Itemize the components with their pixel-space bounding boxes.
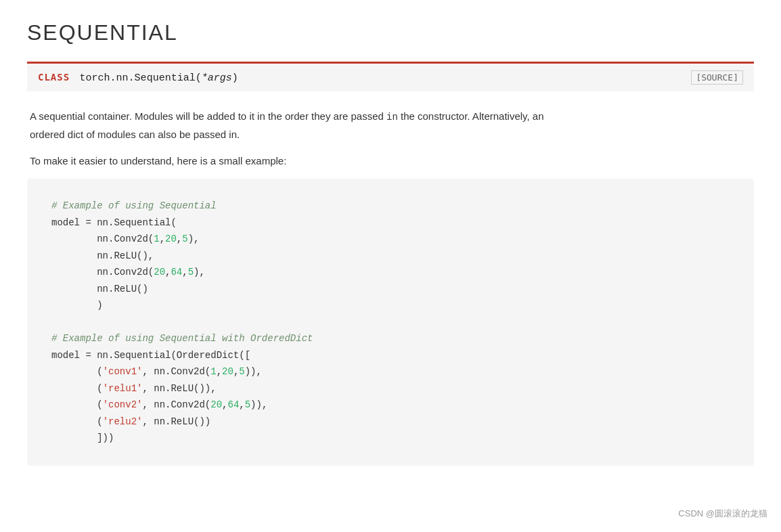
code-line-9: ( xyxy=(97,383,102,394)
code-line-1: model = nn.Sequential( xyxy=(51,217,177,228)
code-c8: , xyxy=(239,399,244,410)
code-comma-4: , xyxy=(182,267,187,278)
code-line-3: nn.ReLU(), xyxy=(97,250,154,261)
code-num-9: 5 xyxy=(239,366,244,377)
code-num-2: 20 xyxy=(165,234,177,244)
code-line-8: ( xyxy=(97,366,102,377)
code-num-6: 5 xyxy=(188,267,194,278)
code-after-num-9: )), xyxy=(245,366,262,377)
code-num-4: 20 xyxy=(154,267,165,278)
class-header: CLASS torch.nn.Sequential(*args) [SOURCE… xyxy=(27,62,754,91)
code-after-str-1: , nn.Conv2d( xyxy=(142,366,210,377)
code-num-3: 5 xyxy=(182,234,187,244)
code-line-6: ) xyxy=(97,300,102,311)
code-str-1: 'conv1' xyxy=(103,366,143,377)
code-line-12: ])) xyxy=(97,433,114,443)
code-line-10: ( xyxy=(97,399,102,410)
code-str-3: 'conv2' xyxy=(103,399,143,410)
code-line-11: ( xyxy=(97,416,102,427)
code-comma-1: , xyxy=(160,234,165,244)
code-line-7: model = nn.Sequential(OrderedDict([ xyxy=(51,350,250,361)
code-num-5: 64 xyxy=(171,267,182,278)
code-after-num-12: )), xyxy=(250,399,267,410)
code-num-10: 20 xyxy=(210,399,222,410)
code-num-11: 64 xyxy=(227,399,239,410)
class-args: *args xyxy=(202,72,232,84)
code-str-4: 'relu2' xyxy=(103,416,143,427)
class-signature: torch.nn.Sequential(*args) xyxy=(80,72,238,84)
code-after-str-4: , nn.ReLU()) xyxy=(142,416,210,427)
inline-code-in: in xyxy=(386,112,398,123)
code-c5: , xyxy=(217,366,222,377)
code-comment-2: # Example of using Sequential with Order… xyxy=(51,333,313,344)
code-comment-1: # Example of using Sequential xyxy=(51,200,217,211)
code-comma-2: , xyxy=(177,234,182,244)
code-num-12: 5 xyxy=(245,399,250,410)
page-container: SEQUENTIAL CLASS torch.nn.Sequential(*ar… xyxy=(0,0,781,532)
source-link[interactable]: [SOURCE] xyxy=(691,70,743,85)
class-signature-area: CLASS torch.nn.Sequential(*args) xyxy=(38,71,238,84)
code-str-2: 'relu1' xyxy=(103,383,143,394)
code-paren-1: ), xyxy=(188,234,200,244)
code-after-str-3: , nn.Conv2d( xyxy=(142,399,210,410)
code-line-4: nn.Conv2d( xyxy=(97,267,154,278)
page-title: SEQUENTIAL xyxy=(27,20,754,45)
description-1: A sequential container. Modules will be … xyxy=(27,108,754,143)
code-line-2: nn.Conv2d( xyxy=(97,234,154,244)
watermark: CSDN @圆滚滚的龙猫 xyxy=(678,508,767,520)
class-label: CLASS xyxy=(38,72,70,83)
code-paren-2: ), xyxy=(194,267,205,278)
code-line-5: nn.ReLU() xyxy=(97,284,148,294)
code-after-str-2: , nn.ReLU()), xyxy=(142,383,216,394)
code-block: # Example of using Sequential model = nn… xyxy=(27,179,754,466)
code-num-1: 1 xyxy=(154,234,159,244)
code-num-8: 20 xyxy=(222,366,233,377)
example-intro: To make it easier to understand, here is… xyxy=(27,155,754,167)
code-num-7: 1 xyxy=(210,366,216,377)
